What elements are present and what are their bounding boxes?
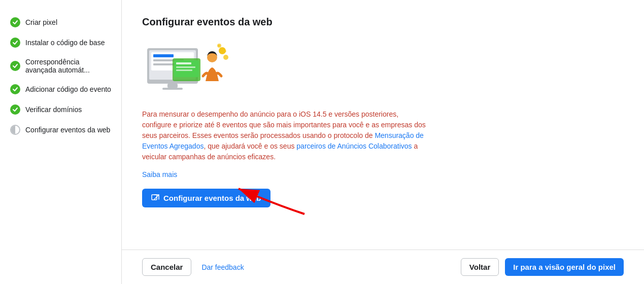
sidebar-label-correspondencia: Correspondência avançada automát... — [25, 58, 111, 74]
sidebar: Criar pixel Instalar o código de base Co… — [0, 0, 122, 284]
svg-text:✦: ✦ — [224, 50, 227, 53]
sidebar-label-criar-pixel: Criar pixel — [25, 18, 57, 26]
cancel-button[interactable]: Cancelar — [142, 258, 191, 276]
svg-point-15 — [223, 55, 228, 60]
configure-button[interactable]: Configurar eventos da web — [142, 189, 270, 207]
sidebar-label-adicionar-codigo: Adicionar código do evento — [25, 85, 111, 93]
sidebar-item-verificar-dominios[interactable]: Verificar domínios — [0, 99, 121, 120]
half-icon-configurar-eventos — [10, 125, 20, 135]
svg-rect-11 — [176, 66, 195, 68]
check-icon-verificar-dominios — [10, 104, 20, 115]
svg-rect-12 — [176, 69, 192, 71]
sidebar-item-instalar-codigo[interactable]: Instalar o código de base — [0, 32, 121, 53]
sidebar-item-configurar-eventos[interactable]: Configurar eventos da web — [0, 120, 121, 140]
main-content: Configurar eventos da web — [122, 0, 644, 284]
button-arrow-container: Configurar eventos da web — [142, 189, 270, 207]
footer-right: Voltar Ir para a visão geral do pixel — [461, 258, 624, 276]
svg-text:✦: ✦ — [217, 44, 221, 48]
overview-button[interactable]: Ir para a visão geral do pixel — [505, 258, 624, 276]
svg-rect-3 — [153, 54, 174, 57]
sidebar-item-correspondencia[interactable]: Correspondência avançada automát... — [0, 53, 121, 79]
footer: Cancelar Dar feedback Voltar Ir para a v… — [122, 250, 644, 284]
sidebar-label-configurar-eventos: Configurar eventos da web — [25, 126, 110, 134]
learn-more-link[interactable]: Saiba mais — [142, 170, 624, 179]
svg-rect-6 — [167, 84, 178, 88]
check-icon-adicionar-codigo — [10, 84, 20, 94]
svg-rect-7 — [162, 88, 183, 90]
illustration: ✦ ✦ — [142, 38, 233, 99]
content-area: Configurar eventos da web — [122, 0, 644, 250]
svg-rect-10 — [176, 62, 191, 64]
footer-left: Cancelar Dar feedback — [142, 258, 244, 276]
configure-button-label: Configurar eventos da web — [163, 194, 261, 202]
sidebar-item-criar-pixel[interactable]: Criar pixel — [0, 12, 121, 32]
back-button[interactable]: Voltar — [461, 258, 499, 276]
link-parceiros[interactable]: parceiros de Anúncios Colaborativos — [296, 142, 412, 150]
description-text: Para mensurar o desempenho do anúncio pa… — [142, 109, 426, 162]
check-icon-correspondencia — [10, 61, 20, 71]
sidebar-label-verificar-dominios: Verificar domínios — [25, 105, 82, 114]
check-icon-instalar-codigo — [10, 38, 20, 48]
feedback-button[interactable]: Dar feedback — [201, 263, 244, 271]
page-title: Configurar eventos da web — [142, 16, 624, 28]
sidebar-item-adicionar-codigo[interactable]: Adicionar código do evento — [0, 79, 121, 99]
check-icon-criar-pixel — [10, 17, 20, 27]
external-link-icon — [151, 194, 159, 202]
sidebar-label-instalar-codigo: Instalar o código de base — [25, 39, 105, 47]
